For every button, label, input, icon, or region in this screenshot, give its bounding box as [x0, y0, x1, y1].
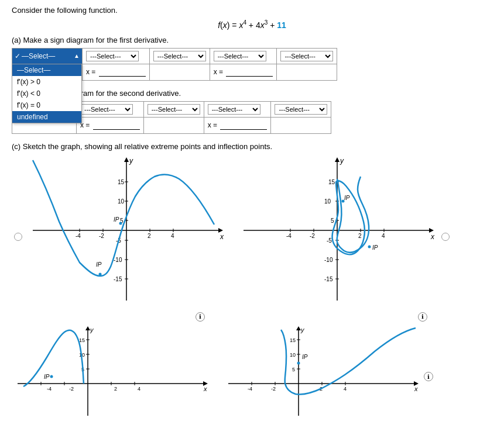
bottom-right-graph: y x 15 10 5 -4 -2 2 4 [222, 325, 421, 419]
part-a-x1-input[interactable] [99, 68, 146, 77]
part-a-select-2[interactable]: ---Select--- f'(x) > 0 f'(x) < 0 f'(x) =… [86, 51, 139, 61]
part-b-dropdown-5-cell[interactable]: ---Select--- f''(x) > 0 f''(x) < 0 f''(x… [271, 101, 331, 117]
part-a-section: (a) Make a sign diagram for the first de… [12, 36, 492, 81]
part-a-x1-cell[interactable]: x = [83, 64, 150, 80]
part-b-x2-cell[interactable]: x = [204, 117, 271, 133]
radio-top-right[interactable] [441, 233, 450, 241]
menu-item-select[interactable]: —Select— [12, 64, 81, 76]
svg-text:4: 4 [344, 386, 347, 392]
svg-text:10: 10 [324, 198, 331, 205]
menu-item-undef[interactable]: undefined [12, 111, 81, 123]
svg-text:-2: -2 [99, 233, 104, 239]
part-b-section: (b) Make a sign diagram for the second d… [12, 89, 492, 134]
part-b-select-4[interactable]: ---Select--- f''(x) > 0 f''(x) < 0 f''(x… [208, 104, 260, 115]
info-icon-bottom-right[interactable]: ℹ [424, 372, 433, 381]
part-a-empty-3 [277, 64, 337, 80]
part-b-dropdown-2-cell[interactable]: ---Select--- f''(x) > 0 f''(x) < 0 f''(x… [77, 101, 144, 117]
part-a-x1-label: x = [86, 68, 95, 76]
top-left-graph-container: y x 15 10 5 -5 -10 -15 -4 -2 [12, 154, 226, 306]
part-a-table: ✓ —Select— ▲ —Select— f'(x) > 0 f'(x) < … [12, 48, 337, 81]
svg-text:IP: IP [344, 195, 350, 201]
menu-item-fzero[interactable]: f'(x) = 0 [12, 99, 81, 111]
part-b-select-3[interactable]: ---Select--- f''(x) > 0 f''(x) < 0 f''(x… [148, 104, 200, 115]
part-b-x2-input[interactable] [220, 121, 267, 130]
part-b-select-5[interactable]: ---Select--- f''(x) > 0 f''(x) < 0 f''(x… [275, 104, 327, 115]
info-icons-row: ℹ ℹ [12, 312, 492, 322]
svg-point-57 [342, 199, 345, 202]
svg-text:x: x [414, 385, 418, 392]
svg-text:-15: -15 [114, 276, 122, 282]
svg-text:-2: -2 [310, 233, 315, 239]
svg-text:x: x [430, 233, 435, 241]
part-a-select-4[interactable]: ---Select--- f'(x) > 0 f'(x) < 0 f'(x) =… [214, 51, 266, 61]
part-a-dropdown-2-cell[interactable]: ---Select--- f'(x) > 0 f'(x) < 0 f'(x) =… [83, 48, 150, 64]
svg-text:y: y [300, 326, 305, 333]
part-b-dropdown-3-cell[interactable]: ---Select--- f''(x) > 0 f''(x) < 0 f''(x… [143, 101, 204, 117]
part-b-dropdown-4-cell[interactable]: ---Select--- f''(x) > 0 f''(x) < 0 f''(x… [204, 101, 271, 117]
part-b-select-2[interactable]: ---Select--- f''(x) > 0 f''(x) < 0 f''(x… [80, 104, 133, 115]
part-a-dropdown-4-cell[interactable]: ---Select--- f'(x) > 0 f'(x) < 0 f'(x) =… [210, 48, 277, 64]
svg-text:15: 15 [118, 179, 125, 185]
part-a-dropdown-1-cell[interactable]: ✓ —Select— ▲ —Select— f'(x) > 0 f'(x) < … [12, 48, 83, 64]
top-right-graph-container: y x 15 10 5 -5 -10 -15 -4 -2 [238, 154, 452, 306]
svg-text:10: 10 [118, 198, 125, 205]
menu-item-fpos[interactable]: f'(x) > 0 [12, 76, 81, 88]
svg-text:15: 15 [328, 179, 335, 185]
part-a-select-3[interactable]: ---Select--- f'(x) > 0 f'(x) < 0 f'(x) =… [153, 51, 206, 61]
part-a-x2-cell[interactable]: x = [210, 64, 277, 80]
svg-text:-4: -4 [286, 233, 292, 239]
svg-text:4: 4 [138, 386, 140, 392]
part-a-select-5[interactable]: ---Select--- f'(x) > 0 f'(x) < 0 f'(x) =… [280, 51, 333, 61]
svg-text:y: y [129, 157, 133, 165]
svg-point-81 [50, 375, 53, 378]
svg-text:y: y [90, 326, 94, 333]
top-right-radio-area [439, 230, 452, 245]
svg-point-29 [119, 222, 122, 225]
bottom-right-graph-container: y x 15 10 5 -4 -2 2 4 [222, 325, 433, 419]
part-a-dropdown-1-menu[interactable]: —Select— f'(x) > 0 f'(x) < 0 f'(x) = 0 u… [12, 64, 82, 123]
svg-marker-3 [218, 228, 223, 233]
svg-text:2: 2 [114, 386, 117, 392]
top-graphs-row: y x 15 10 5 -5 -10 -15 -4 -2 [12, 154, 492, 306]
menu-item-fneg[interactable]: f'(x) < 0 [12, 88, 81, 99]
svg-marker-32 [335, 157, 340, 162]
part-a-row1: ✓ —Select— ▲ —Select— f'(x) > 0 f'(x) < … [12, 48, 337, 64]
svg-point-59 [368, 245, 371, 248]
part-b-empty-3 [271, 117, 331, 133]
part-a-dropdown-3-cell[interactable]: ---Select--- f'(x) > 0 f'(x) < 0 f'(x) =… [149, 48, 210, 64]
svg-text:-10: -10 [324, 257, 333, 263]
svg-marker-84 [296, 326, 301, 330]
part-c-section: (c) Sketch the graph, showing all relati… [12, 142, 492, 419]
checkmark-icon: ✓ [15, 52, 20, 60]
svg-text:y: y [340, 157, 344, 165]
part-a-select-1-value: —Select— [22, 52, 55, 60]
bottom-left-graph: y x 15 10 5 -4 -2 2 4 [12, 325, 211, 419]
bottom-graphs-row: y x 15 10 5 -4 -2 2 4 [12, 325, 492, 419]
radio-top-left[interactable] [14, 233, 22, 241]
part-a-label: (a) Make a sign diagram for the first de… [12, 36, 492, 44]
svg-text:IP: IP [302, 354, 308, 360]
part-a-dropdown-5-cell[interactable]: ---Select--- f'(x) > 0 f'(x) < 0 f'(x) =… [277, 48, 337, 64]
part-a-x2-input[interactable] [226, 68, 273, 77]
part-a-empty-2 [149, 64, 210, 80]
svg-text:-2: -2 [69, 386, 74, 392]
part-c-label: (c) Sketch the graph, showing all relati… [12, 142, 492, 151]
top-left-radio-area [12, 230, 25, 245]
svg-text:4: 4 [171, 233, 174, 239]
svg-marker-2 [124, 157, 129, 162]
bottom-left-graph-container: y x 15 10 5 -4 -2 2 4 [12, 325, 211, 419]
top-right-graph: y x 15 10 5 -5 -10 -15 -4 -2 [238, 154, 437, 306]
svg-text:IP: IP [114, 216, 119, 223]
svg-text:x: x [203, 385, 207, 392]
svg-text:15: 15 [79, 337, 85, 343]
part-b-x2-label: x = [208, 121, 217, 129]
info-icon-left[interactable]: ℹ [196, 312, 205, 322]
part-b-x1-cell[interactable]: x = [77, 117, 144, 133]
part-b-x1-input[interactable] [93, 121, 140, 130]
svg-text:IP: IP [96, 261, 102, 268]
svg-text:IP: IP [372, 244, 378, 251]
svg-text:2: 2 [148, 233, 151, 239]
svg-text:15: 15 [290, 337, 296, 343]
info-icon-right[interactable]: ℹ [418, 312, 427, 322]
svg-text:x: x [220, 233, 224, 241]
